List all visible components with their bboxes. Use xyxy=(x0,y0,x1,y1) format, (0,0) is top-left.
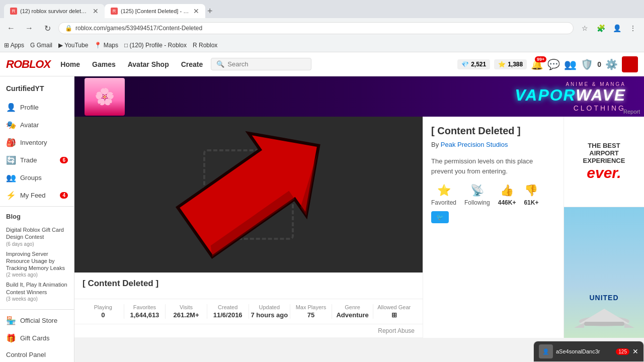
nav-search-bar[interactable]: 🔍 xyxy=(211,58,311,70)
address-bar[interactable]: 🔒 roblox.com/games/539494517/Content-Del… xyxy=(58,22,574,34)
updated-label: Updated xyxy=(249,304,290,310)
stat-genre: Genre Adventure xyxy=(332,304,374,319)
more-button[interactable]: ⋮ xyxy=(626,21,640,35)
bookmark-gmail[interactable]: G Gmail xyxy=(30,42,52,49)
tab1-close[interactable]: ✕ xyxy=(93,7,99,15)
sidebar-divider-1 xyxy=(0,206,74,207)
sidebar-item-gift-cards[interactable]: 🎁 Gift Cards xyxy=(0,329,74,347)
reload-button[interactable]: ↻ xyxy=(40,21,54,35)
blog-entry-2[interactable]: Improving Server Resource Usage by Track… xyxy=(6,250,68,279)
sidebar-item-profile[interactable]: 👤 Profile xyxy=(0,99,74,116)
user-avatar-nav[interactable] xyxy=(622,56,638,72)
chat-close-button[interactable]: ✕ xyxy=(632,347,638,355)
bookmark-roblox[interactable]: R Roblox xyxy=(193,42,217,49)
myfeed-icon: ⚡ xyxy=(6,191,16,200)
visits-value: 261.2M+ xyxy=(166,311,207,319)
settings-button[interactable]: ⚙️ xyxy=(605,58,618,70)
sidebar-item-avatar[interactable]: 🎭 Avatar xyxy=(0,116,74,134)
blog-entry-3-title: Build It, Play It Animation Contest Winn… xyxy=(6,281,68,296)
star-button[interactable]: ☆ xyxy=(578,21,592,35)
account-button[interactable]: 👤 xyxy=(610,21,624,35)
browser-chrome: R (12) roblox survivor deleted - Yo... ✕… xyxy=(0,0,644,52)
sidebar-item-myfeed[interactable]: ⚡ My Feed 4 xyxy=(0,187,74,204)
svg-marker-3 xyxy=(579,309,629,324)
likes-count: 446K+ xyxy=(498,199,516,206)
banner-report[interactable]: Report xyxy=(623,109,640,115)
zero-button[interactable]: 0 xyxy=(597,60,601,68)
bookmark-profile-roblox[interactable]: □ (120) Profile - Roblox xyxy=(124,42,187,49)
sidebar-item-inventory[interactable]: 🎒 Inventory xyxy=(0,134,74,151)
nav-games[interactable]: Games xyxy=(92,58,116,70)
forward-button[interactable]: → xyxy=(22,21,36,35)
sidebar-label-groups: Groups xyxy=(20,174,42,182)
inventory-icon: 🎒 xyxy=(6,138,16,147)
ad-line3: EXPERIENCE xyxy=(583,157,625,164)
dislike-button[interactable]: 👎 61K+ xyxy=(524,184,538,206)
bookmark-maps[interactable]: 📍 Maps xyxy=(94,42,118,49)
report-abuse-link[interactable]: Report Abuse xyxy=(74,324,423,337)
genre-value: Adventure xyxy=(332,311,373,319)
notification-button[interactable]: 🔔 99+ xyxy=(531,58,543,70)
friends-button[interactable]: 👥 xyxy=(564,58,577,70)
blog-entry-1[interactable]: Digital Roblox Gift Card Design Contest … xyxy=(6,226,68,247)
stat-created: Created 11/6/2016 xyxy=(207,304,249,319)
messages-button[interactable]: 💬 xyxy=(547,58,560,70)
nav-avatar-shop[interactable]: Avatar Shop xyxy=(128,58,169,70)
nav-create[interactable]: Create xyxy=(181,58,203,70)
gift-cards-icon: 🎁 xyxy=(6,333,16,343)
svg-marker-6 xyxy=(574,323,584,328)
genre-label: Genre xyxy=(332,304,373,310)
tab1-favicon: R xyxy=(10,8,17,15)
bookmark-youtube[interactable]: ▶ YouTube xyxy=(58,42,88,49)
nav-links: Home Games Avatar Shop Create xyxy=(60,58,203,70)
game-image-container: ⊘ xyxy=(74,117,423,273)
search-input[interactable] xyxy=(227,60,303,68)
premium-amount: 1,388 xyxy=(508,61,523,68)
bookmark-apps[interactable]: ⊞ Apps xyxy=(4,42,24,49)
sidebar-item-groups[interactable]: 👥 Groups xyxy=(0,169,74,187)
author-link[interactable]: Peak Precision Studios xyxy=(441,141,508,148)
sidebar-item-blog[interactable]: Blog xyxy=(0,209,74,224)
tab1-title: (12) roblox survivor deleted - Yo... xyxy=(20,8,90,14)
robux-amount: 2,521 xyxy=(471,61,486,68)
premium-icon: ⭐ xyxy=(498,61,506,68)
stat-updated: Updated 7 hours ago xyxy=(249,304,291,319)
shield-button[interactable]: 🛡️ xyxy=(581,58,593,70)
ad-accent: ever. xyxy=(587,164,621,182)
blog-entry-3[interactable]: Build It, Play It Animation Contest Winn… xyxy=(6,281,68,302)
extensions-button[interactable]: 🧩 xyxy=(594,21,608,35)
like-button[interactable]: 👍 446K+ xyxy=(498,184,516,206)
nav-home[interactable]: Home xyxy=(60,58,80,70)
airplane-svg xyxy=(574,304,634,334)
ad-line2: AIRPORT xyxy=(589,149,619,157)
favorited-button[interactable]: ⭐ Favorited xyxy=(431,184,456,206)
bookmarks-bar: ⊞ Apps G Gmail ▶ YouTube 📍 Maps □ (120) … xyxy=(0,38,644,52)
banner-title: VAPORWAVE xyxy=(125,87,626,103)
ad-bottom[interactable]: UNITED xyxy=(564,207,644,338)
back-button[interactable]: ← xyxy=(4,21,18,35)
roblox-nav: ROBLOX Home Games Avatar Shop Create 🔍 💎… xyxy=(0,52,644,76)
sidebar: CurtifiedYT 👤 Profile 🎭 Avatar 🎒 Invento… xyxy=(0,76,74,362)
twitter-share-button[interactable]: 🐦 xyxy=(431,211,449,223)
robux-display[interactable]: 💎 2,521 xyxy=(457,59,490,69)
chat-header: 👤 aSe4sonalDanc3r 125 ✕ xyxy=(534,341,643,361)
sidebar-label-official-store: Official Store xyxy=(20,317,57,324)
tab-2[interactable]: R (125) [Content Deleted] - Roblo... ✕ xyxy=(105,4,205,18)
ad-top[interactable]: THE BEST AIRPORT EXPERIENCE ever. xyxy=(564,117,644,207)
sidebar-username[interactable]: CurtifiedYT xyxy=(0,80,74,99)
sidebar-item-control-panel[interactable]: Control Panel xyxy=(0,347,74,362)
favorites-label: Favorites xyxy=(124,304,166,310)
chat-avatar: 👤 xyxy=(539,344,553,358)
game-main: ⊘ xyxy=(74,117,423,338)
tab2-close[interactable]: ✕ xyxy=(193,7,199,15)
tab-1[interactable]: R (12) roblox survivor deleted - Yo... ✕ xyxy=(4,4,105,18)
roblox-logo[interactable]: ROBLOX xyxy=(6,58,50,71)
tab-bar: R (12) roblox survivor deleted - Yo... ✕… xyxy=(0,0,644,18)
thumbs-up-icon: 👍 xyxy=(500,184,514,197)
premium-display[interactable]: ⭐ 1,388 xyxy=(494,59,527,69)
following-button[interactable]: 📡 Following xyxy=(464,184,490,206)
stat-playing: Playing 0 xyxy=(83,304,124,319)
sidebar-item-trade[interactable]: 🔄 Trade 6 xyxy=(0,151,74,169)
sidebar-item-official-store[interactable]: 🏪 Official Store xyxy=(0,312,74,329)
new-tab-button[interactable]: + xyxy=(207,6,213,17)
